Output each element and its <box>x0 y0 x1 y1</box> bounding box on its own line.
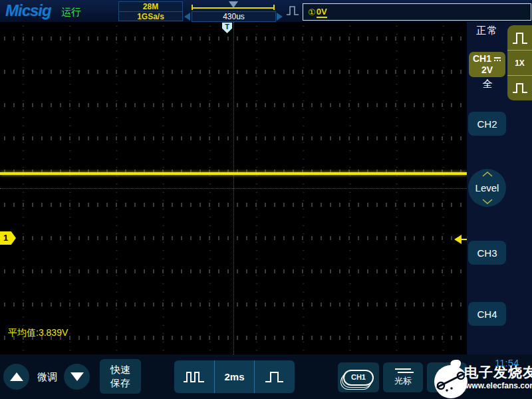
adjust-up-button[interactable] <box>3 364 29 390</box>
top-bar: Micsig 运行 28M 1GSa/s 430us ① 0V <box>0 0 532 23</box>
timebase-zoom-in-button[interactable] <box>255 360 295 393</box>
timebase-group: 2ms <box>174 360 295 393</box>
up-triangle-icon <box>10 372 23 381</box>
quick-save-line2: 保存 <box>110 376 130 390</box>
channel-pill: CH1 <box>343 370 374 386</box>
cursor-line-icon <box>395 368 411 370</box>
channel1-scale-value: 2V <box>469 65 505 76</box>
bandwidth-label: 全 <box>467 78 508 90</box>
quick-save-button[interactable]: 快速 保存 <box>100 359 141 394</box>
waveform-display[interactable]: T 1 平均值:3.839V <box>0 22 467 354</box>
timebase-delay-value[interactable]: 430us <box>192 11 276 22</box>
brand-logo: Micsig <box>5 1 51 20</box>
channel1-label: CH1 <box>473 53 491 64</box>
probe-pulse-bottom-icon[interactable] <box>507 76 532 100</box>
watermark-title: 电子发烧友 <box>464 363 532 382</box>
single-pulse-icon <box>264 368 285 386</box>
trigger-mode-label: 正常 <box>467 25 508 37</box>
adjust-down-button[interactable] <box>64 364 90 390</box>
timebase-left-arrow[interactable] <box>184 13 190 21</box>
cursor-button[interactable]: 光标 <box>383 362 423 392</box>
channel1-scale-box[interactable]: CH1 2V <box>469 52 505 77</box>
probe-attenuation-value[interactable]: 1X <box>507 51 532 75</box>
timebase-scale-value[interactable]: 2ms <box>214 360 255 393</box>
chevron-down-icon <box>481 199 493 204</box>
timebase-right-arrow[interactable] <box>277 13 283 21</box>
active-channel-button[interactable]: CH1 <box>338 362 379 392</box>
oscilloscope-app: Micsig 运行 28M 1GSa/s 430us ① 0V T 1 平均值: <box>0 0 532 399</box>
trigger-level-button[interactable]: Level <box>468 169 506 207</box>
trigger-level-value: 0V <box>317 7 327 18</box>
memory-depth: 28M <box>119 2 182 12</box>
coupling-dc-icon <box>493 57 501 62</box>
trigger-status-box[interactable]: ① 0V <box>303 3 531 21</box>
trigger-source-label: ① <box>308 7 316 17</box>
timebase-slider-handle[interactable] <box>229 1 238 8</box>
channel3-button[interactable]: CH3 <box>468 241 506 265</box>
channel4-button[interactable]: CH4 <box>468 302 506 326</box>
acquisition-info-box[interactable]: 28M 1GSa/s <box>118 1 183 21</box>
probe-panel[interactable]: 1X <box>507 25 532 100</box>
run-status: 运行 <box>61 6 81 19</box>
trigger-slope-icon <box>286 5 299 16</box>
channel1-trace <box>0 172 467 175</box>
right-sidebar: 正常 CH1 2V 全 1X CH2 Level CH3 CH4 <box>467 22 532 354</box>
sample-rate: 1GSa/s <box>119 12 182 21</box>
timebase-zoom-out-button[interactable] <box>174 360 214 393</box>
chevron-up-icon <box>481 172 493 177</box>
measurement-average-value: 平均值:3.839V <box>8 327 68 339</box>
multi-pulse-icon <box>182 368 206 386</box>
watermark-url: www.elecfans.com <box>466 381 532 390</box>
trigger-position-marker[interactable]: T <box>222 23 232 33</box>
trigger-level-arrow-icon[interactable] <box>454 235 467 244</box>
cursor-line-icon <box>398 372 414 373</box>
probe-pulse-top-icon[interactable] <box>507 25 532 50</box>
cursor-label: 光标 <box>383 375 423 387</box>
down-triangle-icon <box>70 372 84 381</box>
channel2-button[interactable]: CH2 <box>468 112 506 136</box>
level-label: Level <box>475 182 499 194</box>
timebase-slider-right-bracket <box>273 5 275 10</box>
quick-save-line1: 快速 <box>110 363 130 376</box>
grid-center-horizontal-line <box>0 188 467 189</box>
watermark: 电子发烧友 www.elecfans.com <box>431 359 532 399</box>
channel1-ground-marker[interactable]: 1 <box>0 231 16 245</box>
fine-tune-label: 微调 <box>31 371 64 384</box>
